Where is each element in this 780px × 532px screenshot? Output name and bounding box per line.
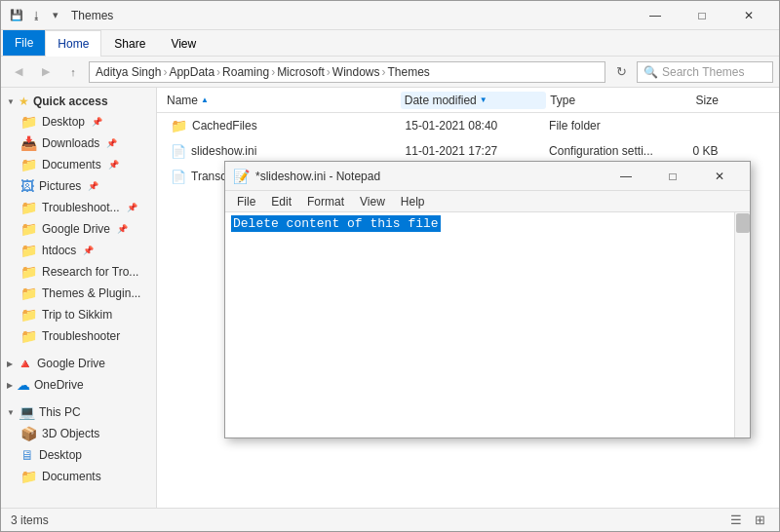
selected-text: Delete content of this file (231, 215, 441, 232)
folder-icon: 📁 (20, 243, 37, 258)
sidebar-label-desktop2: Desktop (39, 448, 82, 462)
sidebar-item-documents[interactable]: 📁 Documents 📌 (1, 154, 156, 175)
ribbon-tabs: File Home Share View (1, 30, 779, 56)
folder-icon: 📁 (20, 307, 37, 323)
refresh-button[interactable]: ↻ (609, 60, 633, 84)
folder-icon: 📦 (20, 426, 37, 441)
close-button[interactable]: ✕ (726, 1, 771, 30)
sidebar-item-downloads[interactable]: 📥 Downloads 📌 (1, 133, 156, 154)
minimize-button[interactable]: — (633, 1, 678, 30)
folder-icon: 📥 (20, 135, 37, 151)
notepad-close-button[interactable]: ✕ (697, 162, 742, 191)
notepad-window: 📝 *slideshow.ini - Notepad — □ ✕ File Ed… (224, 161, 751, 438)
filename-label: CachedFiles (192, 119, 257, 133)
menu-view[interactable]: View (352, 191, 393, 212)
sidebar-item-research[interactable]: 📁 Research for Tro... (1, 261, 156, 283)
menu-format[interactable]: Format (299, 191, 352, 212)
sidebar-label-documents2: Documents (42, 470, 101, 483)
sidebar-item-troubleshoot[interactable]: 📁 Troubleshoot... 📌 (1, 197, 156, 218)
notepad-title-bar: 📝 *slideshow.ini - Notepad — □ ✕ (225, 162, 750, 191)
google-drive-header[interactable]: ▶ 🔺 Google Drive (1, 353, 156, 374)
sidebar-label-themes: Themes & Plugin... (42, 286, 140, 300)
sidebar-item-themes[interactable]: 📁 Themes & Plugin... (1, 283, 156, 304)
ribbon: File Home Share View (1, 30, 779, 57)
sidebar-label-htdocs: htdocs (42, 244, 76, 257)
file-row[interactable]: 📁 CachedFiles 15-01-2021 08:40 File fold… (157, 113, 779, 138)
menu-edit[interactable]: Edit (263, 191, 299, 212)
path-part-3: Roaming (222, 65, 269, 79)
notepad-window-controls: — □ ✕ (604, 162, 742, 191)
search-box[interactable]: 🔍 Search Themes (637, 61, 773, 83)
quick-access-star-icon: ★ (19, 95, 29, 108)
sidebar-item-googledrive[interactable]: 📁 Google Drive 📌 (1, 218, 156, 240)
sidebar-label-googledrive: Google Drive (42, 222, 110, 236)
folder-icon: 📁 (20, 114, 37, 130)
col-type[interactable]: Type (546, 94, 691, 107)
forward-button[interactable]: ▶ (34, 60, 58, 84)
up-button[interactable]: ↑ (61, 60, 85, 84)
home-tab[interactable]: Home (45, 30, 101, 57)
folder-icon: 📁 (171, 118, 187, 133)
path-part-1: Aditya Singh (96, 65, 161, 79)
thispc-icon: 💻 (19, 404, 35, 420)
pin-icon: 📌 (88, 181, 98, 191)
notepad-maximize-button[interactable]: □ (650, 162, 695, 191)
sort-arrow-date: ▼ (480, 95, 488, 104)
quick-access-header[interactable]: ▼ ★ Quick access (1, 92, 156, 111)
notepad-title: *slideshow.ini - Notepad (255, 170, 604, 183)
sidebar-item-htdocs[interactable]: 📁 htdocs 📌 (1, 240, 156, 261)
address-path[interactable]: Aditya Singh › AppData › Roaming › Micro… (89, 61, 605, 83)
file-type: Configuration setti... (545, 144, 689, 158)
back-button[interactable]: ◀ (7, 60, 30, 84)
maximize-button[interactable]: □ (680, 1, 724, 30)
col-size[interactable]: Size (692, 94, 773, 107)
sidebar-item-desktop[interactable]: 📁 Desktop 📌 (1, 111, 156, 133)
col-date[interactable]: Date modified ▼ (401, 92, 546, 109)
list-view-button[interactable]: ☰ (726, 511, 746, 530)
explorer-title-bar: 💾 ⭳ ▾ Themes — □ ✕ (1, 1, 779, 30)
sidebar-item-troubleshooter[interactable]: 📁 Troubleshooter (1, 325, 156, 347)
scrollbar-thumb[interactable] (736, 213, 750, 233)
folder-icon: 📁 (20, 285, 37, 301)
file-icon: 📄 (171, 144, 186, 159)
onedrive-header[interactable]: ▶ ☁ OneDrive (1, 374, 156, 396)
sidebar-label-research: Research for Tro... (42, 265, 138, 279)
this-pc-label: This PC (39, 405, 81, 419)
notepad-text-area[interactable]: Delete content of this file (225, 212, 750, 235)
googledrive-icon: 🔺 (17, 356, 33, 371)
sidebar-item-3dobjects[interactable]: 📦 3D Objects (1, 423, 156, 444)
menu-file[interactable]: File (229, 191, 263, 212)
this-pc-header[interactable]: ▼ 💻 This PC (1, 401, 156, 423)
view-tab[interactable]: View (158, 30, 209, 57)
quick-access-label: Quick access (33, 95, 108, 108)
notepad-scrollbar[interactable] (734, 212, 750, 437)
grid-view-button[interactable]: ⊞ (750, 511, 769, 530)
sidebar-item-documents2[interactable]: 📁 Documents (1, 466, 156, 487)
folder-icon: 🖥 (20, 447, 34, 463)
quick-access-arrow: ▼ (7, 97, 15, 106)
col-name[interactable]: Name ▲ (163, 94, 401, 107)
notepad-content: Delete content of this file (225, 212, 750, 437)
file-type: File folder (545, 119, 689, 133)
sidebar-label-pictures: Pictures (39, 179, 81, 193)
file-date: 11-01-2021 17:27 (402, 144, 546, 158)
title-bar-icons: 💾 ⭳ ▾ (9, 8, 63, 23)
sidebar-item-trip[interactable]: 📁 Trip to Sikkim (1, 304, 156, 325)
view-controls: ☰ ⊞ (726, 511, 769, 530)
arrow-icon: ▶ (7, 360, 13, 368)
sidebar-item-desktop2[interactable]: 🖥 Desktop (1, 444, 156, 466)
menu-help[interactable]: Help (393, 191, 433, 212)
sidebar-label-troubleshooter: Troubleshooter (42, 329, 120, 343)
arrow-icon: ▼ (7, 408, 15, 417)
share-tab[interactable]: Share (101, 30, 158, 57)
pin-icon: 📌 (108, 160, 119, 170)
folder-icon: 📁 (20, 469, 37, 484)
file-tab[interactable]: File (3, 30, 45, 56)
google-drive-label: Google Drive (37, 357, 105, 370)
down-arrow-icon: ▾ (48, 8, 63, 23)
sidebar-item-pictures[interactable]: 🖼 Pictures 📌 (1, 175, 156, 197)
col-date-label: Date modified (405, 94, 477, 107)
folder-icon: 🖼 (20, 178, 34, 194)
path-part-2: AppData (169, 65, 214, 79)
notepad-minimize-button[interactable]: — (604, 162, 648, 191)
